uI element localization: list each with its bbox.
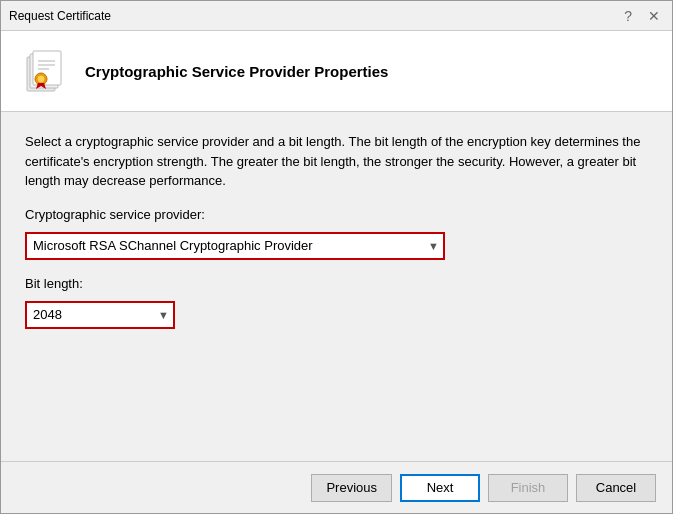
provider-select-wrapper: Microsoft RSA SChannel Cryptographic Pro… [25, 232, 445, 260]
header-section: Cryptographic Service Provider Propertie… [1, 31, 672, 112]
bit-length-select[interactable]: 512 1024 2048 4096 8192 16384 [25, 301, 175, 329]
bit-length-section: Bit length: 512 1024 2048 4096 8192 1638… [25, 276, 648, 329]
provider-section: Cryptographic service provider: Microsof… [25, 207, 648, 260]
title-bar-left: Request Certificate [9, 9, 111, 23]
provider-select[interactable]: Microsoft RSA SChannel Cryptographic Pro… [25, 232, 445, 260]
svg-point-7 [37, 75, 45, 83]
content-area: Select a cryptographic service provider … [1, 112, 672, 461]
window: Request Certificate ? ✕ [0, 0, 673, 514]
bit-length-select-wrapper: 512 1024 2048 4096 8192 16384 ▼ [25, 301, 175, 329]
close-button[interactable]: ✕ [644, 7, 664, 25]
next-button[interactable]: Next [400, 474, 480, 502]
previous-button[interactable]: Previous [311, 474, 392, 502]
footer: Previous Next Finish Cancel [1, 461, 672, 513]
cancel-button[interactable]: Cancel [576, 474, 656, 502]
bit-length-label: Bit length: [25, 276, 648, 291]
title-bar-controls: ? ✕ [620, 7, 664, 25]
header-title: Cryptographic Service Provider Propertie… [85, 63, 388, 80]
provider-label: Cryptographic service provider: [25, 207, 648, 222]
title-bar: Request Certificate ? ✕ [1, 1, 672, 31]
window-title: Request Certificate [9, 9, 111, 23]
help-button[interactable]: ? [620, 7, 636, 25]
description-text: Select a cryptographic service provider … [25, 132, 648, 191]
finish-button[interactable]: Finish [488, 474, 568, 502]
certificate-icon [21, 47, 69, 95]
